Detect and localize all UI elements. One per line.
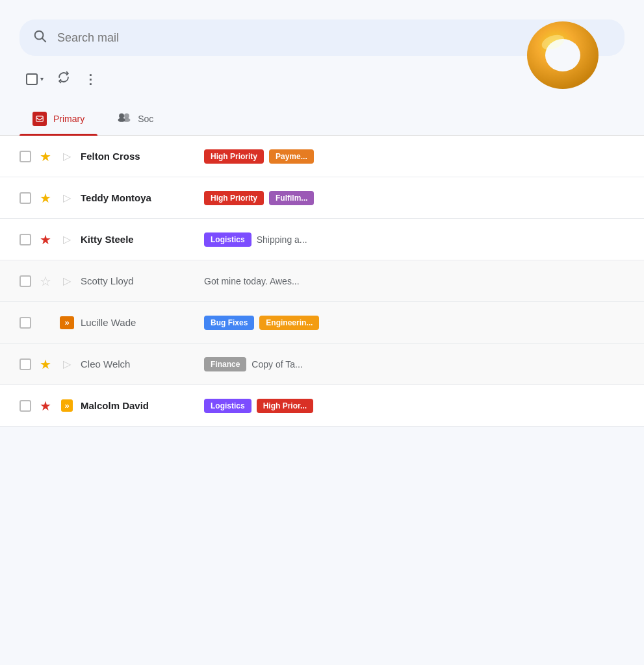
email-tags-4: Got mine today. Awes... [204,276,625,286]
tag-logistics-7: Logistics [204,399,251,413]
svg-point-9 [123,118,131,122]
svg-point-6 [119,114,124,119]
double-arrow-orange: » [60,316,74,329]
email-checkbox-5[interactable] [19,317,31,329]
sender-name-2: Teddy Montoya [81,192,198,203]
tag-logistics-3: Logistics [204,232,251,247]
star-icon-2[interactable]: ★ [38,190,53,206]
tag-fulfilment-2: Fulfilm... [269,191,314,205]
email-row[interactable]: ★ ▷ Teddy Montoya High Priority Fulfilm.… [0,177,644,219]
primary-inbox-icon [32,112,47,126]
email-tags-3: Logistics Shipping a... [204,232,625,247]
more-options-icon[interactable]: ⋮ [84,71,97,87]
tag-high-priority-1: High Priority [204,149,264,164]
donut-decoration [521,13,605,97]
checkbox-all[interactable] [26,73,38,85]
sender-name-3: Kitty Steele [81,234,198,245]
tag-high-priority-7: High Prior... [257,399,313,413]
checkbox-dropdown-arrow[interactable]: ▾ [40,75,44,82]
tag-high-priority-2: High Priority [204,191,264,205]
importance-icon-6: ▷ [60,358,74,370]
email-row[interactable]: ★ ▷ Felton Cross High Priority Payme... [0,136,644,177]
email-checkbox-3[interactable] [19,234,31,245]
email-checkbox-4[interactable] [19,275,31,287]
email-tags-1: High Priority Payme... [204,149,625,164]
sender-name-7: Malcolm David [81,400,198,411]
email-row[interactable]: ☆ ▷ Scotty Lloyd Got mine today. Awes... [0,260,644,302]
sender-name-4: Scotty Lloyd [81,275,198,286]
refresh-icon[interactable] [54,68,73,90]
tab-primary[interactable]: Primary [19,103,97,135]
tab-social-label: Soc [138,114,153,124]
email-tags-5: Bug Fixes Engineerin... [204,316,625,330]
social-icon [117,111,131,126]
importance-icon-7: » [60,399,74,412]
email-list: ★ ▷ Felton Cross High Priority Payme... … [0,136,644,427]
tag-finance-6: Finance [204,357,246,371]
email-checkbox-7[interactable] [19,400,31,412]
double-arrow-yellow: » [61,399,72,412]
email-checkbox-6[interactable] [19,358,31,370]
importance-icon-1: ▷ [60,150,74,162]
sender-name-5: Lucille Wade [81,317,198,328]
svg-line-1 [42,38,45,42]
email-snippet-3: Shipping a... [257,234,625,245]
email-snippet-4: Got mine today. Awes... [204,276,625,286]
email-row[interactable]: ★ ▷ Kitty Steele Logistics Shipping a... [0,219,644,260]
tabs-container: Primary Soc [0,102,644,136]
star-icon-5[interactable]: ★ [38,315,53,331]
tab-social[interactable]: Soc [97,102,173,135]
tag-engineering-5: Engineerin... [259,316,319,330]
email-row[interactable]: ★ » Malcolm David Logistics High Prior..… [0,385,644,427]
tag-payment-1: Payme... [269,149,314,164]
importance-icon-4: ▷ [60,275,74,287]
star-icon-3[interactable]: ★ [38,232,53,247]
email-tags-2: High Priority Fulfilm... [204,191,625,205]
email-snippet-6: Copy of Ta... [251,359,625,370]
search-icon [32,29,47,47]
tab-primary-label: Primary [53,114,84,124]
select-all-checkbox[interactable]: ▾ [26,73,44,85]
email-tags-6: Finance Copy of Ta... [204,357,625,371]
email-checkbox-2[interactable] [19,192,31,204]
star-icon-4[interactable]: ☆ [38,273,53,289]
sender-name-6: Cleo Welch [81,358,198,370]
sender-name-1: Felton Cross [81,151,198,162]
svg-point-7 [124,114,129,119]
email-row[interactable]: ★ » Lucille Wade Bug Fixes Engineerin... [0,302,644,344]
importance-icon-2: ▷ [60,192,74,204]
email-tags-7: Logistics High Prior... [204,399,625,413]
tag-bug-fixes-5: Bug Fixes [204,316,254,330]
star-icon-1[interactable]: ★ [38,149,53,164]
importance-icon-3: ▷ [60,233,74,245]
importance-icon-5: » [60,316,74,329]
star-icon-7[interactable]: ★ [38,398,53,414]
email-row[interactable]: ★ ▷ Cleo Welch Finance Copy of Ta... [0,344,644,385]
star-icon-6[interactable]: ★ [38,357,53,372]
email-checkbox-1[interactable] [19,151,31,162]
